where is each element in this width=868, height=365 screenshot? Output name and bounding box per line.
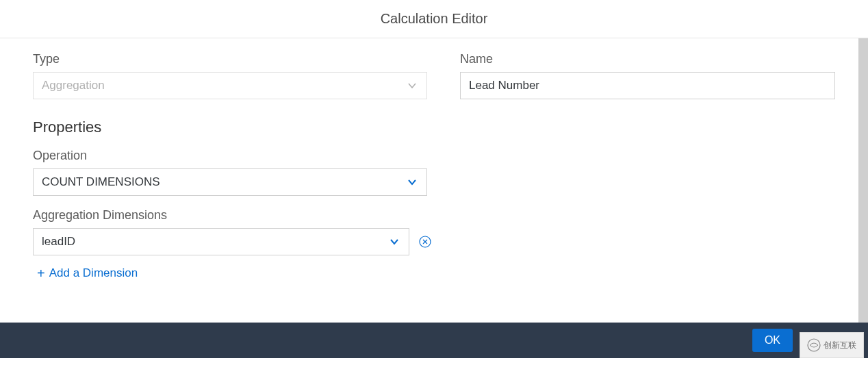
dimension-row: leadID: [33, 228, 427, 255]
brand-watermark: 创新互联: [800, 332, 864, 358]
vertical-scrollbar[interactable]: [858, 38, 868, 323]
type-select-value: Aggregation: [33, 72, 427, 99]
operation-select-value: COUNT DIMENSIONS: [33, 168, 427, 196]
dialog-title: Calculation Editor: [381, 11, 488, 27]
add-dimension-button[interactable]: + Add a Dimension: [37, 266, 138, 280]
add-dimension-label: Add a Dimension: [49, 266, 138, 280]
dimension-select[interactable]: leadID: [33, 228, 409, 255]
dialog-footer: OK: [0, 323, 868, 358]
aggregation-dimensions-label: Aggregation Dimensions: [33, 208, 427, 223]
type-label: Type: [33, 52, 427, 66]
name-label: Name: [460, 52, 835, 66]
left-column: Type Aggregation Properties Operation CO…: [33, 52, 444, 281]
brand-logo-icon: [807, 338, 821, 352]
plus-icon: +: [37, 266, 45, 280]
name-input[interactable]: [460, 72, 835, 99]
dimension-select-value: leadID: [33, 228, 409, 255]
properties-heading: Properties: [33, 118, 427, 136]
dialog-content: Type Aggregation Properties Operation CO…: [0, 38, 868, 281]
ok-button[interactable]: OK: [752, 329, 793, 352]
remove-dimension-icon[interactable]: [419, 235, 431, 249]
right-column: Name: [444, 52, 835, 281]
operation-select[interactable]: COUNT DIMENSIONS: [33, 168, 427, 196]
operation-label: Operation: [33, 149, 427, 163]
brand-text: 创新互联: [824, 340, 856, 351]
type-select[interactable]: Aggregation: [33, 72, 427, 99]
dialog-header: Calculation Editor: [0, 0, 868, 38]
